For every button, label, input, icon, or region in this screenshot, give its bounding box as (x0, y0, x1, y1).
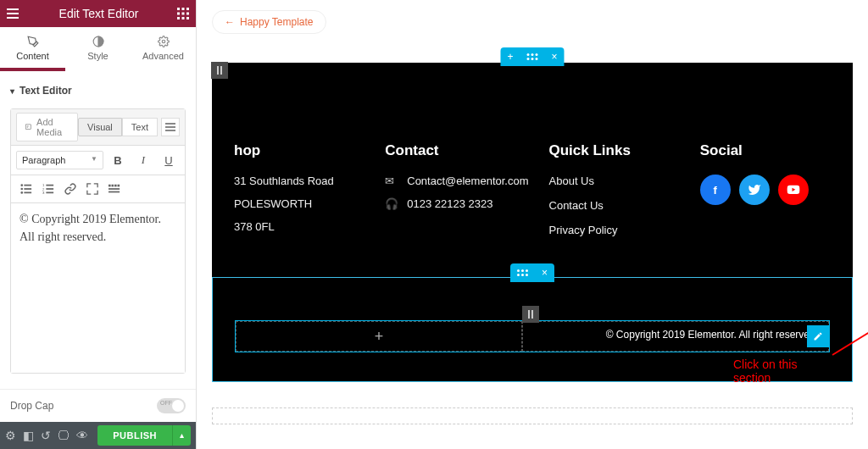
svg-rect-0 (177, 8, 180, 10)
svg-rect-12 (165, 126, 175, 128)
subsection-handle: × (510, 263, 554, 282)
sidebar-header: Edit Text Editor (0, 0, 196, 27)
arrow-left-icon: ← (225, 16, 235, 28)
publish-button[interactable]: PUBLISH (97, 425, 172, 446)
contact-link[interactable]: Contact Us (549, 199, 680, 212)
twitter-icon[interactable] (739, 175, 770, 205)
links-column: Quick Links About Us Contact Us Privacy … (549, 142, 680, 248)
add-widget-icon[interactable]: + (375, 328, 384, 346)
add-section-icon[interactable]: + (500, 47, 520, 66)
section-handle: + × (500, 47, 564, 66)
svg-rect-3 (177, 13, 180, 15)
sidebar: Edit Text Editor Content Style Advanced … (0, 0, 197, 449)
fullscreen-icon[interactable] (82, 179, 103, 199)
toolbar-toggle-icon[interactable] (161, 118, 180, 136)
edit-widget-icon[interactable] (807, 325, 829, 347)
text-editor-section[interactable]: ▾ Text Editor (10, 80, 186, 102)
svg-rect-17 (24, 188, 31, 190)
responsive-icon[interactable]: 🖵 (58, 429, 70, 442)
privacy-link[interactable]: Privacy Policy (549, 224, 680, 236)
svg-rect-26 (108, 185, 111, 187)
annotation-text: Click on this section (733, 358, 830, 385)
history-icon[interactable]: ↺ (41, 429, 51, 442)
bold-button[interactable]: B (107, 149, 129, 171)
tab-advanced[interactable]: Advanced (131, 27, 196, 71)
svg-rect-30 (108, 188, 120, 190)
apps-icon[interactable] (177, 8, 189, 19)
svg-rect-25 (46, 192, 53, 194)
links-heading: Quick Links (549, 142, 680, 159)
edit-subsection-icon[interactable] (510, 263, 535, 282)
copyright-section[interactable]: × + © Copyright 2019 Elementor. All righ… (212, 277, 853, 382)
dropcap-control: Drop Cap (0, 389, 196, 422)
svg-rect-11 (165, 123, 175, 125)
svg-rect-7 (182, 17, 185, 19)
bottom-bar: ⚙ ◧ ↺ 🖵 👁 PUBLISH ▴ (0, 422, 196, 449)
navigator-icon[interactable]: ◧ (23, 429, 34, 442)
svg-rect-15 (24, 185, 31, 186)
toolbar-more-icon[interactable] (104, 179, 125, 199)
svg-line-33 (832, 321, 868, 355)
empty-column[interactable]: + (236, 321, 522, 352)
panel-tabs: Content Style Advanced (0, 27, 196, 71)
happy-template-button[interactable]: ← Happy Template (212, 10, 326, 34)
svg-rect-5 (186, 13, 189, 15)
svg-rect-2 (186, 8, 189, 10)
dropcap-toggle[interactable] (157, 398, 186, 413)
shop-column: hop 31 Southlands Road POLESWORTH 378 0F… (234, 142, 364, 248)
editor-textarea[interactable]: © Copyright 2019 Elementor. All right re… (11, 203, 185, 373)
text-tab[interactable]: Text (122, 118, 158, 136)
svg-rect-29 (118, 185, 120, 187)
svg-point-16 (20, 188, 23, 191)
menu-icon[interactable] (7, 8, 20, 19)
edit-section-icon[interactable] (520, 47, 545, 66)
footer-section[interactable]: + × hop 31 Southlands Road POLESWORTH 37… (212, 63, 853, 382)
caret-down-icon: ▾ (10, 86, 14, 96)
copyright-text-widget[interactable]: © Copyright 2019 Elementor. All right re… (522, 321, 829, 352)
svg-rect-13 (165, 130, 175, 131)
content-panel: ▾ Text Editor Add Media Visual Text (0, 71, 196, 389)
underline-button[interactable]: U (158, 149, 180, 171)
add-media-button[interactable]: Add Media (16, 113, 78, 141)
contact-column: Contact ✉Contact@elementor.com 🎧0123 221… (385, 142, 528, 248)
column-handle-icon[interactable] (522, 306, 539, 323)
wysiwyg-editor: Add Media Visual Text Paragraph B I U (10, 108, 186, 374)
about-link[interactable]: About Us (549, 175, 680, 187)
annotation-arrow-icon (828, 317, 868, 359)
facebook-icon[interactable]: f (700, 175, 731, 205)
svg-rect-8 (186, 17, 189, 19)
svg-rect-27 (112, 185, 114, 187)
youtube-icon[interactable] (778, 175, 809, 205)
column-handle-icon[interactable] (211, 62, 228, 79)
delete-section-icon[interactable]: × (545, 47, 565, 66)
svg-rect-23 (46, 188, 53, 190)
settings-icon[interactable]: ⚙ (5, 429, 16, 442)
svg-rect-21 (46, 185, 53, 186)
contact-heading: Contact (385, 142, 528, 159)
social-column: Social f (700, 142, 831, 248)
add-section-area[interactable] (212, 407, 853, 424)
headset-icon: 🎧 (385, 197, 398, 210)
sidebar-title: Edit Text Editor (59, 7, 139, 20)
svg-point-14 (20, 184, 23, 186)
publish-dropdown[interactable]: ▴ (172, 425, 191, 446)
paragraph-select[interactable]: Paragraph (16, 151, 103, 169)
svg-rect-1 (182, 8, 185, 10)
svg-rect-28 (114, 185, 117, 187)
visual-tab[interactable]: Visual (78, 118, 122, 136)
social-heading: Social (700, 142, 831, 159)
delete-subsection-icon[interactable]: × (535, 263, 554, 282)
tab-content[interactable]: Content (0, 27, 65, 71)
svg-point-18 (20, 191, 23, 194)
preview-icon[interactable]: 👁 (76, 429, 88, 442)
italic-button[interactable]: I (132, 149, 154, 171)
svg-rect-31 (108, 191, 120, 193)
tab-style[interactable]: Style (65, 27, 131, 71)
svg-point-10 (162, 40, 165, 43)
bullet-list-icon[interactable] (16, 179, 36, 199)
email-icon: ✉ (385, 175, 398, 187)
svg-rect-19 (24, 192, 31, 194)
number-list-icon[interactable]: 123 (38, 179, 58, 199)
canvas: ← Happy Template + × hop 31 Southlands R… (197, 0, 868, 449)
link-icon[interactable] (60, 179, 81, 199)
